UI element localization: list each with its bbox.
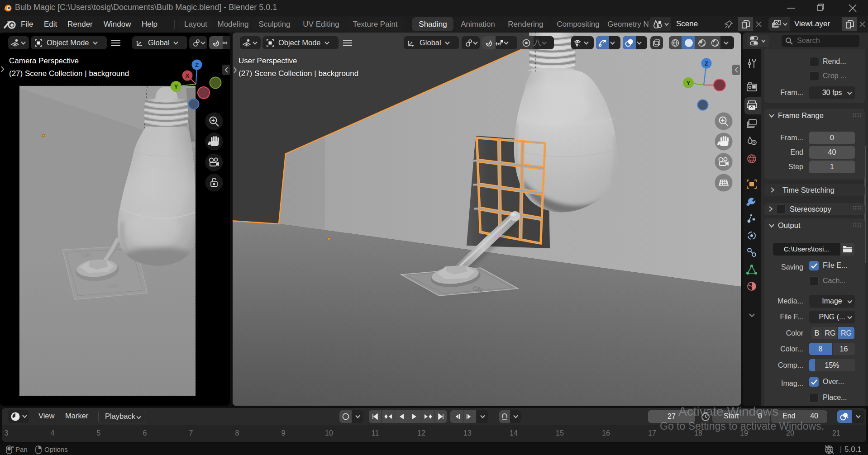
svg-text:Y: Y bbox=[174, 83, 178, 90]
svg-text:ON: ON bbox=[472, 284, 483, 293]
svg-text:Y: Y bbox=[687, 80, 691, 86]
svg-text:Z: Z bbox=[195, 62, 199, 68]
svg-text:X: X bbox=[186, 72, 190, 79]
svg-text:ON: ON bbox=[82, 252, 91, 259]
svg-text:Z: Z bbox=[705, 60, 708, 67]
svg-text:OFF: OFF bbox=[107, 283, 118, 290]
